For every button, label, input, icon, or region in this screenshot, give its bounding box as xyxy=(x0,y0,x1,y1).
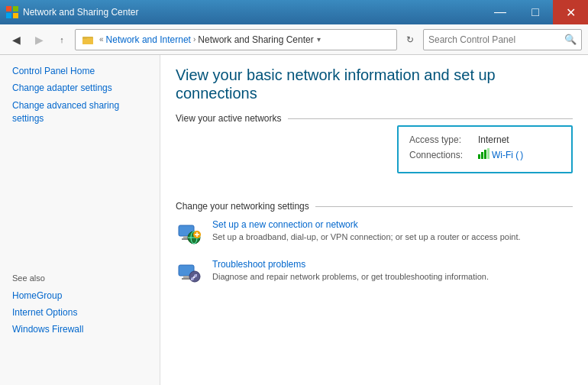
forward-button[interactable]: ▶ xyxy=(29,30,49,50)
up-button[interactable]: ↑ xyxy=(52,30,72,50)
svg-rect-7 xyxy=(478,154,480,159)
main-container: Control Panel Home Change adapter settin… xyxy=(0,55,588,385)
wifi-suffix: ) xyxy=(520,150,523,160)
address-path[interactable]: « Network and Internet › Network and Sha… xyxy=(75,29,397,50)
back-button[interactable]: ◀ xyxy=(6,30,26,50)
svg-rect-5 xyxy=(82,38,93,44)
network-info-box: Access type: Internet Connections: xyxy=(397,125,573,173)
see-also-title: See also xyxy=(12,273,147,283)
sidebar: Control Panel Home Change adapter settin… xyxy=(0,55,160,385)
access-type-value: Internet xyxy=(478,134,509,145)
troubleshoot-svg-icon xyxy=(177,260,202,285)
search-input[interactable] xyxy=(428,34,564,45)
connections-label: Connections: xyxy=(409,150,478,160)
active-networks-header: View your active networks xyxy=(176,113,573,124)
address-bar: ◀ ▶ ↑ « Network and Internet › Network a… xyxy=(0,24,588,55)
settings-item-troubleshoot: Troubleshoot problems Diagnose and repai… xyxy=(176,259,573,286)
svg-rect-3 xyxy=(13,13,18,18)
troubleshoot-link[interactable]: Troubleshoot problems xyxy=(212,259,573,270)
path-chevron-1: « xyxy=(99,35,104,44)
path-dropdown-btn[interactable]: ▾ xyxy=(317,35,321,44)
svg-point-24 xyxy=(191,277,194,280)
sidebar-item-internet-options[interactable]: Internet Options xyxy=(12,304,147,321)
see-also-section: See also HomeGroup Internet Options Wind… xyxy=(0,266,160,338)
wifi-signal-icon xyxy=(478,148,490,161)
troubleshoot-desc: Diagnose and repair network problems, or… xyxy=(212,272,489,281)
sidebar-item-windows-firewall[interactable]: Windows Firewall xyxy=(12,321,147,338)
svg-rect-1 xyxy=(13,6,18,11)
new-connection-desc: Set up a broadband, dial-up, or VPN conn… xyxy=(212,232,521,241)
networking-settings-header: Change your networking settings xyxy=(176,201,573,212)
search-box[interactable]: 🔍 xyxy=(423,29,582,50)
page-title: View your basic network information and … xyxy=(176,66,573,102)
window-title: Network and Sharing Center xyxy=(23,7,138,18)
troubleshoot-icon xyxy=(176,259,203,286)
sidebar-item-change-adapter[interactable]: Change adapter settings xyxy=(0,79,160,96)
content-area: View your basic network information and … xyxy=(160,55,588,385)
connection-svg-icon xyxy=(177,221,202,245)
new-connection-icon xyxy=(176,219,203,247)
svg-rect-9 xyxy=(484,150,486,159)
svg-rect-6 xyxy=(82,37,87,39)
svg-point-25 xyxy=(194,274,197,277)
sidebar-item-control-panel-home[interactable]: Control Panel Home xyxy=(0,63,160,79)
path-part-1[interactable]: Network and Internet xyxy=(106,34,191,45)
path-part-2: Network and Sharing Center xyxy=(198,34,313,45)
windows-icon xyxy=(6,6,18,18)
title-bar: Network and Sharing Center — □ ✕ xyxy=(0,0,588,24)
new-connection-text: Set up a new connection or network Set u… xyxy=(212,219,573,242)
maximize-button[interactable]: □ xyxy=(518,0,553,24)
sidebar-item-change-advanced[interactable]: Change advanced sharingsettings xyxy=(0,96,160,128)
sidebar-item-homegroup[interactable]: HomeGroup xyxy=(12,287,147,304)
settings-item-new-connection: Set up a new connection or network Set u… xyxy=(176,219,573,247)
svg-rect-10 xyxy=(487,148,489,159)
search-icon[interactable]: 🔍 xyxy=(564,34,577,45)
new-connection-link[interactable]: Set up a new connection or network xyxy=(212,219,573,230)
path-folder-icon xyxy=(82,34,94,46)
troubleshoot-text: Troubleshoot problems Diagnose and repai… xyxy=(212,259,573,282)
minimize-button[interactable]: — xyxy=(483,0,518,24)
wifi-label: Wi-Fi ( xyxy=(492,150,519,160)
svg-rect-21 xyxy=(183,276,189,278)
access-type-label: Access type: xyxy=(409,134,478,145)
svg-rect-8 xyxy=(481,152,483,159)
refresh-button[interactable]: ↻ xyxy=(400,30,420,50)
path-chevron-2: › xyxy=(193,35,195,44)
close-button[interactable]: ✕ xyxy=(553,0,588,24)
wifi-bars-svg xyxy=(478,148,490,159)
settings-section: Set up a new connection or network Set u… xyxy=(176,219,573,286)
wifi-connection-link[interactable]: Wi-Fi ( ) xyxy=(478,148,523,161)
svg-rect-2 xyxy=(6,13,11,18)
svg-rect-0 xyxy=(6,6,11,11)
